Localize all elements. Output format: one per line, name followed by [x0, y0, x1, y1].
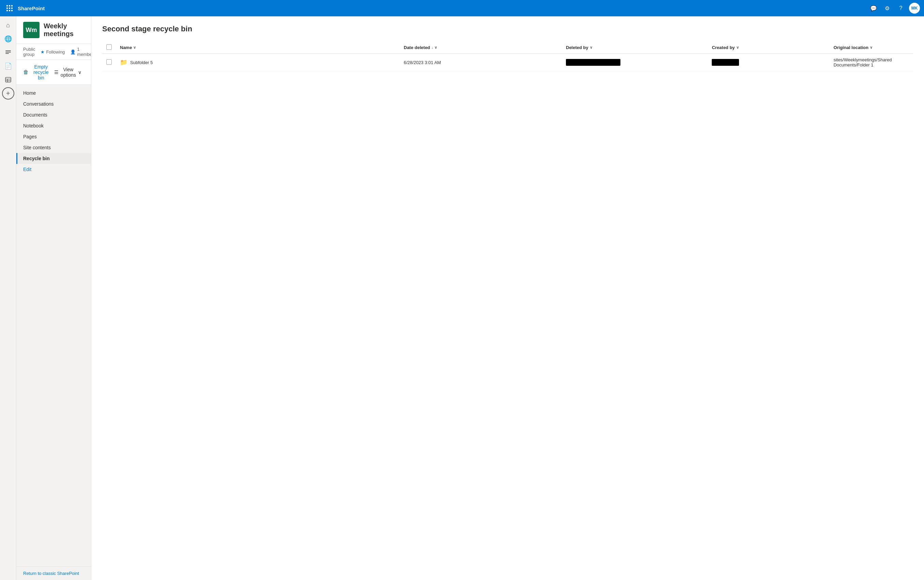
settings-icon: ⚙: [885, 5, 889, 12]
site-meta: Public group ★ Following 👤 1 member: [16, 44, 91, 60]
th-location-label: Original location: [834, 45, 868, 50]
global-nav-lists[interactable]: [2, 74, 14, 86]
svg-rect-1: [5, 52, 11, 53]
view-options-chevron: ∨: [78, 69, 81, 75]
site-panel: Wm Weekly meetings Public group ★ Follow…: [16, 16, 91, 580]
top-navigation: SharePoint 💬 ⚙ ? MK: [0, 0, 924, 16]
nav-item-notebook[interactable]: Notebook: [16, 120, 91, 131]
row-name: Subfolder 5: [130, 60, 153, 65]
row-date-deleted: 6/28/2023 3:01 AM: [400, 54, 562, 71]
app-body: ⌂ 🌐 📄 + Wm Weekly meetings: [0, 16, 924, 580]
members-label: 1 member: [77, 47, 91, 57]
recycle-icon: 🗑: [23, 69, 29, 75]
table-body: 📁 Subfolder 5 6/28/2023 3:01 AM sites/We…: [102, 54, 913, 71]
deleted-by-redacted: [566, 59, 620, 66]
content-area: Second stage recycle bin Name ∨: [91, 16, 924, 580]
view-options-label: View options: [61, 67, 76, 78]
th-deleted-by-label: Deleted by: [566, 45, 589, 50]
svg-rect-3: [5, 77, 11, 82]
row-deleted-by: [562, 54, 708, 71]
empty-recycle-bin-button[interactable]: 🗑 Empty recycle bin: [23, 63, 51, 82]
top-nav-actions: 💬 ⚙ ? MK: [868, 3, 920, 14]
created-by-redacted: [712, 59, 739, 66]
created-by-sort-icon: ∨: [736, 45, 739, 50]
th-date-label: Date deleted: [404, 45, 430, 50]
waffle-menu[interactable]: [4, 3, 15, 14]
view-options-icon: ☰: [54, 69, 59, 75]
site-title: Weekly meetings: [44, 22, 84, 38]
table-row[interactable]: 📁 Subfolder 5 6/28/2023 3:01 AM sites/We…: [102, 54, 913, 71]
th-created-by[interactable]: Created by ∨: [708, 41, 829, 54]
row-name-cell[interactable]: 📁 Subfolder 5: [116, 54, 400, 71]
site-navigation: Home Conversations Documents Notebook Pa…: [16, 85, 91, 566]
waffle-icon: [7, 5, 13, 11]
view-options-button[interactable]: ☰ View options ∨: [51, 66, 84, 79]
person-icon: 👤: [70, 49, 76, 54]
nav-item-home[interactable]: Home: [16, 87, 91, 99]
header-checkbox[interactable]: [106, 44, 112, 50]
th-original-location[interactable]: Original location ∨: [829, 41, 913, 54]
global-nav-news[interactable]: [2, 46, 14, 59]
location-sort-icon: ∨: [870, 45, 873, 50]
th-date-deleted[interactable]: Date deleted ↓ ∨: [400, 41, 562, 54]
chat-icon: 💬: [870, 5, 877, 12]
table-header-row: Name ∨ Date deleted ↓ ∨: [102, 41, 913, 54]
name-sort-icon: ∨: [133, 45, 136, 50]
nav-item-documents[interactable]: Documents: [16, 109, 91, 120]
star-icon: ★: [41, 49, 44, 54]
row-checkbox-input[interactable]: [106, 59, 112, 65]
return-to-classic-link[interactable]: Return to classic SharePoint: [16, 566, 91, 580]
folder-icon: 📁: [120, 59, 127, 66]
chat-icon-button[interactable]: 💬: [868, 3, 879, 14]
following-label: Following: [46, 49, 65, 54]
row-checkbox[interactable]: [102, 54, 116, 71]
global-nav-home[interactable]: ⌂: [2, 19, 14, 31]
table-header: Name ∨ Date deleted ↓ ∨: [102, 41, 913, 54]
row-created-by: [708, 54, 829, 71]
settings-icon-button[interactable]: ⚙: [882, 3, 893, 14]
help-icon-button[interactable]: ?: [895, 3, 906, 14]
app-title: SharePoint: [18, 5, 44, 11]
nav-item-pages[interactable]: Pages: [16, 131, 91, 142]
action-bar: 🗑 Empty recycle bin ☰ View options ∨: [16, 60, 91, 85]
th-name-label: Name: [120, 45, 132, 50]
site-logo: Wm: [23, 22, 39, 38]
user-avatar[interactable]: MK: [909, 3, 920, 14]
help-icon: ?: [899, 5, 903, 11]
global-nav-document[interactable]: 📄: [2, 60, 14, 72]
th-name[interactable]: Name ∨: [116, 41, 400, 54]
svg-rect-2: [5, 53, 9, 54]
global-nav-globe[interactable]: 🌐: [2, 33, 14, 45]
main-content: Second stage recycle bin Name ∨: [91, 16, 924, 580]
recycle-bin-table: Name ∨ Date deleted ↓ ∨: [102, 41, 913, 71]
global-navigation: ⌂ 🌐 📄 +: [0, 16, 16, 580]
empty-recycle-bin-label: Empty recycle bin: [31, 64, 51, 81]
site-following[interactable]: ★ Following: [41, 49, 65, 54]
th-created-by-label: Created by: [712, 45, 735, 50]
deleted-by-sort-icon: ∨: [590, 45, 592, 50]
site-type-label: Public group: [23, 47, 35, 57]
nav-item-conversations[interactable]: Conversations: [16, 99, 91, 109]
nav-item-site-contents[interactable]: Site contents: [16, 142, 91, 153]
th-deleted-by[interactable]: Deleted by ∨: [562, 41, 708, 54]
nav-item-recycle-bin[interactable]: Recycle bin: [16, 153, 91, 164]
th-checkbox[interactable]: [102, 41, 116, 54]
row-original-location: sites/Weeklymeetings/Shared Documents/Fo…: [829, 54, 913, 71]
svg-rect-0: [5, 50, 11, 51]
site-type: Public group: [23, 47, 35, 57]
page-title: Second stage recycle bin: [102, 25, 913, 33]
site-members[interactable]: 👤 1 member: [70, 47, 91, 57]
nav-edit-link[interactable]: Edit: [16, 164, 91, 175]
global-nav-add[interactable]: +: [2, 87, 14, 99]
site-header: Wm Weekly meetings: [16, 16, 91, 44]
date-sort-icon: ↓ ∨: [431, 45, 437, 50]
